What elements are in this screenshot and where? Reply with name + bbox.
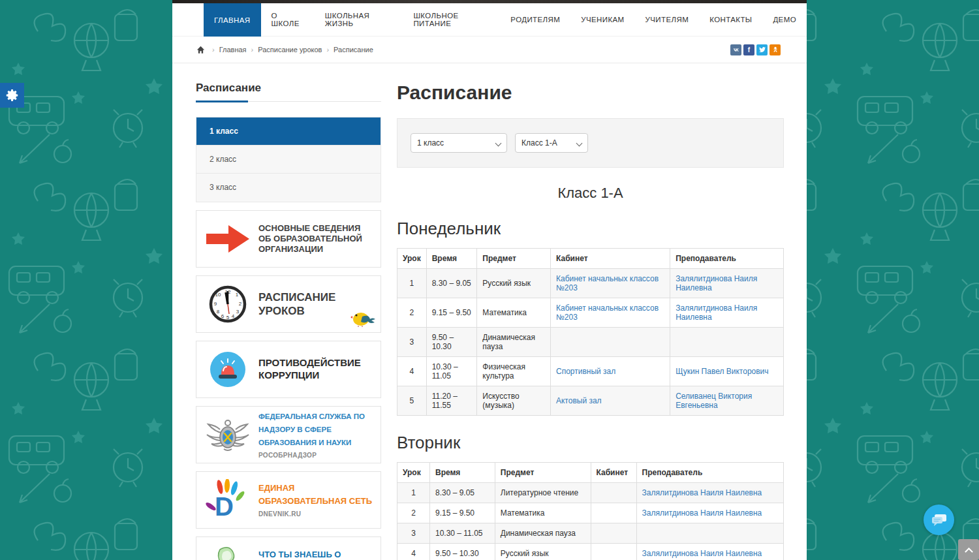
tuesday-schedule-table: Урок Время Предмет Кабинет Преподаватель… [397,462,784,560]
banner-rosobrnadzor[interactable]: ФЕДЕРАЛЬНАЯ СЛУЖБА ПО НАДЗОРУ В СФЕРЕ ОБ… [196,406,381,463]
table-header-row: Урок Время Предмет Кабинет Преподаватель [397,249,784,269]
svg-text:2: 2 [238,301,241,307]
lesson-time: 10.30 – 11.05 [426,357,477,386]
table-row: 5 11.20 – 11.55 Искусство (музыка) Актов… [397,386,784,416]
sidebar: Расписание 1 класс 2 класс 3 класс ОСНОВ… [196,82,381,560]
lesson-number: 3 [397,328,427,357]
breadcrumb-separator: › [251,46,254,54]
nav-item-about-school[interactable]: О ШКОЛЕ [261,3,315,36]
monday-schedule-table: Урок Время Предмет Кабинет Преподаватель… [397,248,784,416]
chat-widget-button[interactable] [924,505,954,535]
lesson-time: 9.50 – 10.30 [429,544,495,560]
banner-lesson-schedule[interactable]: 12123 4568910 РАСПИСАНИЕ УРОКОВ [196,275,381,333]
lesson-time: 11.20 – 11.55 [426,386,477,416]
banner-anti-corruption-label: ПРОТИВОДЕЙСТВИЕ КОРРУПЦИИ [258,357,381,382]
lesson-time: 10.30 – 11.05 [429,523,495,544]
day-heading-monday: Понедельник [397,219,784,239]
main-navigation: ГЛАВНАЯ О ШКОЛЕ ШКОЛЬНАЯ ЖИЗНЬ ШКОЛЬНОЕ … [172,3,807,36]
table-row: 4 9.50 – 10.30 Русский язык Залялитдинов… [397,544,784,560]
lesson-subject: Русский язык [477,269,551,298]
nav-item-parents[interactable]: РОДИТЕЛЯМ [500,3,570,36]
hooded-person-icon [196,546,258,560]
table-row: 4 10.30 – 11.05 Физическая культура Спор… [397,357,784,386]
group-select[interactable]: Класс 1-А [515,133,588,153]
red-arrow-icon [196,223,258,255]
twitter-icon[interactable] [756,44,768,55]
lesson-time: 8.30 – 9.05 [426,269,477,298]
banner-basic-info[interactable]: ОСНОВНЫЕ СВЕДЕНИЯ ОБ ОБРАЗОВАТЕЛЬНОЙ ОРГ… [196,210,381,268]
teacher-link[interactable]: Залялитдинова Наиля Наилевна [676,303,757,322]
lesson-number: 1 [397,269,427,298]
banner-dnevnik-label: ЕДИНАЯ ОБРАЗОВАТЕЛЬНАЯ СЕТЬ DNEVNIK.RU [258,481,381,519]
class-menu: 1 класс 2 класс 3 класс [196,117,381,202]
nav-item-contacts[interactable]: КОНТАКТЫ [699,3,762,36]
col-header-lesson: Урок [397,463,430,483]
sidebar-item-class-2[interactable]: 2 класс [196,146,381,174]
breadcrumb-schedule-lessons[interactable]: Расписание уроков [258,46,322,54]
breadcrumb: › Главная › Расписание уроков › Расписан… [196,46,373,54]
scroll-to-top-button[interactable] [958,539,979,560]
banner-dnevnik-title: ЕДИНАЯ ОБРАЗОВАТЕЛЬНАЯ СЕТЬ [258,483,372,506]
nav-item-teachers[interactable]: УЧИТЕЛЯМ [635,3,700,36]
sidebar-item-class-1[interactable]: 1 класс [196,117,381,146]
lesson-time: 9.50 – 10.30 [426,328,477,357]
svg-text:3: 3 [236,309,239,315]
svg-text:8: 8 [216,309,219,315]
cabinet-empty [591,544,636,560]
sidebar-item-class-3[interactable]: 3 класс [196,174,381,202]
gear-icon [5,88,20,102]
teacher-link[interactable]: Залялитдинова Наиля Наилевна [642,549,762,558]
teacher-link[interactable]: Селиванец Виктория Евгеньевна [676,392,752,410]
table-row: 2 9.15 – 9.50 Математика Залялитдинова Н… [397,503,784,523]
nav-item-students[interactable]: УЧЕНИКАМ [570,3,634,36]
teacher-link[interactable]: Залялитдинова Наиля Наилевна [642,508,762,518]
breadcrumb-current: Расписание [334,46,373,54]
eagle-emblem-icon [196,415,258,454]
lesson-number: 1 [397,483,430,503]
cabinet-link[interactable]: Спортивный зал [556,367,615,376]
table-row: 1 8.30 – 9.05 Литературное чтение Заляли… [397,483,784,503]
cabinet-empty [591,523,636,544]
teacher-empty [636,523,784,544]
col-header-subject: Предмет [495,463,591,483]
svg-text:D: D [215,492,234,521]
breadcrumb-separator: › [326,46,329,54]
nav-item-school-life[interactable]: ШКОЛЬНАЯ ЖИЗНЬ [315,3,403,36]
col-header-subject: Предмет [477,249,551,269]
breadcrumb-home[interactable]: Главная [219,46,247,54]
teacher-link[interactable]: Залялитдинова Наиля Наилевна [676,274,757,292]
cabinet-empty [591,483,636,503]
cabinet-link[interactable]: Актовый зал [556,396,602,405]
dnevnik-logo-icon: D [196,479,258,521]
nav-item-demo[interactable]: ДЕМО [762,3,807,36]
vk-icon[interactable] [730,44,741,55]
lesson-time: 9.15 – 9.50 [429,503,495,523]
page-card: ГЛАВНАЯ О ШКОЛЕ ШКОЛЬНАЯ ЖИЗНЬ ШКОЛЬНОЕ … [172,0,807,560]
day-heading-tuesday: Вторник [397,433,784,453]
settings-gear-button[interactable] [0,83,24,108]
svg-text:9: 9 [213,301,217,307]
home-icon[interactable] [196,46,205,54]
banner-anti-corruption[interactable]: ПРОТИВОДЕЙСТВИЕ КОРРУПЦИИ [196,341,381,398]
lesson-number: 2 [397,503,430,523]
cabinet-link[interactable]: Кабинет начальных классов №203 [556,274,659,292]
lesson-subject: Искусство (музыка) [477,386,551,416]
cabinet-link[interactable]: Кабинет начальных классов №203 [556,303,659,322]
teacher-link[interactable]: Щукин Павел Викторович [676,367,768,376]
col-header-teacher: Преподаватель [636,463,784,483]
facebook-icon[interactable]: f [743,44,754,55]
nav-item-school-meals[interactable]: ШКОЛЬНОЕ ПИТАНИЕ [403,3,500,36]
class-select[interactable]: 1 класс [411,133,507,153]
cabinet-empty [591,503,636,523]
col-header-time: Время [426,249,477,269]
banner-personal-data[interactable]: ЧТО ТЫ ЗНАЕШЬ О ЗАЩИТЕ ПЕРСОНАЛЬНЫХ ДАНН… [196,537,381,560]
class-select-wrap: 1 класс [411,133,507,153]
content-area: Расписание 1 класс 2 класс 3 класс ОСНОВ… [172,63,807,560]
table-row: 3 10.30 – 11.05 Динамическая пауза [397,523,784,544]
nav-item-home[interactable]: ГЛАВНАЯ [204,3,261,37]
banner-dnevnik[interactable]: D ЕДИНАЯ ОБРАЗОВАТЕЛЬНАЯ СЕТЬ DNEVNIK.RU [196,471,381,529]
lesson-number: 3 [397,523,430,544]
teacher-link[interactable]: Залялитдинова Наиля Наилевна [642,488,762,497]
odnoklassniki-icon[interactable] [769,44,781,55]
table-header-row: Урок Время Предмет Кабинет Преподаватель [397,463,784,483]
